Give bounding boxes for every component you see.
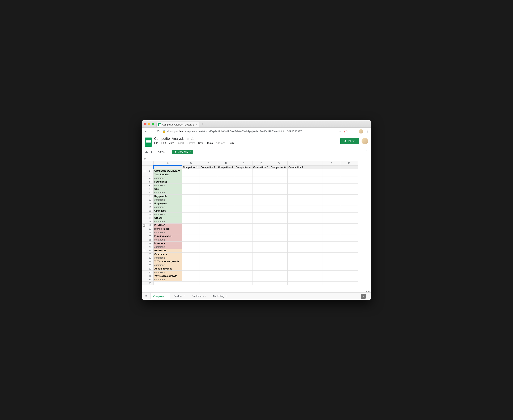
cell-B27[interactable] <box>182 260 200 263</box>
cell-J32[interactable] <box>323 278 340 282</box>
cell-K27[interactable] <box>340 260 358 263</box>
menu-data[interactable]: Data <box>198 142 204 144</box>
cell-I23[interactable] <box>305 245 323 249</box>
cell-A29[interactable]: Annual revenue <box>154 267 182 271</box>
cell-C5[interactable] <box>200 180 217 184</box>
cell-J29[interactable] <box>323 267 340 271</box>
cell-I31[interactable] <box>305 274 323 278</box>
cell-B21[interactable] <box>182 238 200 242</box>
cell-E29[interactable] <box>235 267 252 271</box>
cell-H4[interactable] <box>288 176 305 180</box>
cell-E12[interactable] <box>235 205 252 209</box>
cell-I2[interactable] <box>305 169 323 173</box>
cell-H20[interactable] <box>288 234 305 238</box>
nav-left-icon[interactable]: ‹ <box>369 295 370 298</box>
row-header-29[interactable]: 29 <box>146 267 154 271</box>
browser-tab[interactable]: Competitor Analysis - Google S × <box>156 122 199 128</box>
cell-K18[interactable] <box>340 227 358 231</box>
cell-I15[interactable] <box>305 216 323 220</box>
cell-C1[interactable]: Competitor 2 <box>200 165 217 169</box>
cell-K6[interactable] <box>340 184 358 187</box>
cell-K20[interactable] <box>340 234 358 238</box>
cell-B10[interactable] <box>182 198 200 202</box>
cell-J11[interactable] <box>323 202 340 205</box>
cell-G30[interactable] <box>270 271 288 274</box>
cell-B17[interactable] <box>182 224 200 227</box>
cell-C22[interactable] <box>200 242 217 245</box>
cell-F31[interactable] <box>252 274 270 278</box>
cell-A24[interactable]: REVENUE <box>154 249 182 253</box>
cell-G21[interactable] <box>270 238 288 242</box>
pocket-icon[interactable]: ⌄ <box>350 129 353 133</box>
explore-button[interactable]: ✦ <box>361 294 366 299</box>
cell-F29[interactable] <box>252 267 270 271</box>
cell-J2[interactable] <box>323 169 340 173</box>
cell-F8[interactable] <box>252 191 270 195</box>
cell-H11[interactable] <box>288 202 305 205</box>
menu-view[interactable]: View <box>169 142 174 144</box>
cell-K2[interactable] <box>340 169 358 173</box>
cell-F15[interactable] <box>252 216 270 220</box>
cell-H15[interactable] <box>288 216 305 220</box>
cell-J1[interactable] <box>323 165 340 169</box>
cell-G29[interactable] <box>270 267 288 271</box>
cell-G24[interactable] <box>270 249 288 253</box>
cell-H23[interactable] <box>288 245 305 249</box>
cell-F33[interactable] <box>252 282 270 285</box>
menu-insert[interactable]: Insert <box>178 142 184 144</box>
cell-K8[interactable] <box>340 191 358 195</box>
cell-I25[interactable] <box>305 253 323 256</box>
cell-B3[interactable] <box>182 173 200 176</box>
cell-F24[interactable] <box>252 249 270 253</box>
cell-G17[interactable] <box>270 224 288 227</box>
cell-K1[interactable] <box>340 165 358 169</box>
col-header-A[interactable]: A <box>154 161 182 165</box>
star-doc-icon[interactable]: ☆ <box>187 137 189 141</box>
cell-J13[interactable] <box>323 209 340 213</box>
cell-F25[interactable] <box>252 253 270 256</box>
cell-H16[interactable] <box>288 220 305 224</box>
cell-A14[interactable]: comments <box>154 213 182 216</box>
cell-G14[interactable] <box>270 213 288 216</box>
cell-A23[interactable]: comments <box>154 245 182 249</box>
cell-I29[interactable] <box>305 267 323 271</box>
sheet-tab-company[interactable]: Company ▼ <box>150 293 170 299</box>
cell-F22[interactable] <box>252 242 270 245</box>
row-header-6[interactable]: 6 <box>146 184 154 187</box>
cell-C31[interactable] <box>200 274 217 278</box>
cell-K9[interactable] <box>340 195 358 198</box>
row-header-20[interactable]: 20 <box>146 234 154 238</box>
col-header-C[interactable]: C <box>200 161 217 165</box>
cell-A11[interactable]: Employees <box>154 202 182 205</box>
cell-F32[interactable] <box>252 278 270 282</box>
cell-D3[interactable] <box>217 173 235 176</box>
cell-B30[interactable] <box>182 271 200 274</box>
cell-G12[interactable] <box>270 205 288 209</box>
cell-D17[interactable] <box>217 224 235 227</box>
cell-F16[interactable] <box>252 220 270 224</box>
cell-E5[interactable] <box>235 180 252 184</box>
cell-E8[interactable] <box>235 191 252 195</box>
cell-B18[interactable] <box>182 227 200 231</box>
cell-C15[interactable] <box>200 216 217 220</box>
cell-K7[interactable] <box>340 187 358 191</box>
cell-A22[interactable]: Investors <box>154 242 182 245</box>
col-header-H[interactable]: H <box>288 161 305 165</box>
share-button[interactable]: Share <box>340 138 359 144</box>
group-toggle-icon[interactable]: − <box>143 170 145 172</box>
cell-I26[interactable] <box>305 256 323 260</box>
cell-D13[interactable] <box>217 209 235 213</box>
cell-H1[interactable]: Competitor 7 <box>288 165 305 169</box>
filter-icon[interactable]: ▼ <box>150 150 153 154</box>
cell-D7[interactable] <box>217 187 235 191</box>
cell-F7[interactable] <box>252 187 270 191</box>
row-header-25[interactable]: 25 <box>146 253 154 256</box>
cell-G3[interactable] <box>270 173 288 176</box>
cell-G26[interactable] <box>270 256 288 260</box>
cell-A26[interactable]: comments <box>154 256 182 260</box>
cell-H33[interactable] <box>288 282 305 285</box>
cell-I21[interactable] <box>305 238 323 242</box>
cell-F5[interactable] <box>252 180 270 184</box>
cell-K23[interactable] <box>340 245 358 249</box>
col-header-J[interactable]: J <box>323 161 340 165</box>
